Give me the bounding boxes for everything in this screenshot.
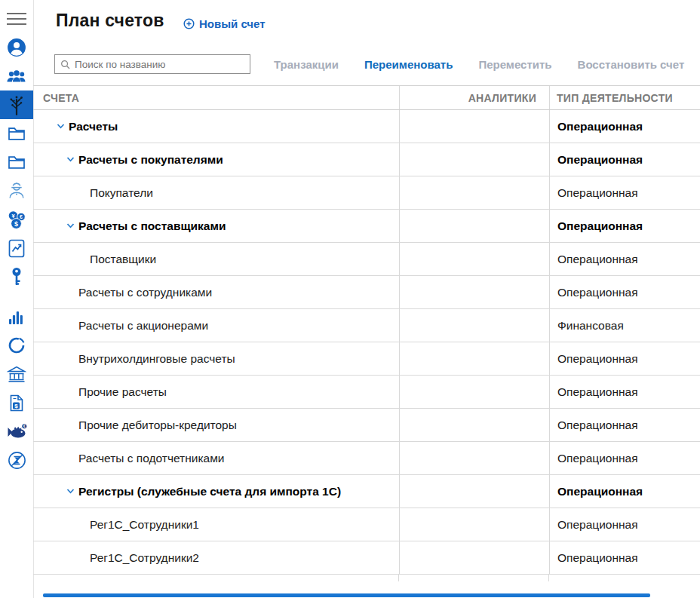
svg-text:$: $ (14, 219, 17, 227)
activity-type-cell: Операционная (549, 210, 700, 242)
account-cell: Рег1С_Сотрудники2 (33, 541, 399, 574)
account-cell: Расчеты (33, 110, 399, 143)
analytics-cell (399, 508, 549, 541)
sidebar-item-employee[interactable] (0, 176, 33, 205)
sidebar-item-menu[interactable] (0, 5, 33, 33)
account-name: Рег1С_Сотрудники1 (90, 518, 199, 532)
action-bar: ТранзакцииПереименоватьПереместитьВосста… (274, 54, 684, 74)
analytics-cell (399, 409, 549, 441)
account-name: Расчеты (69, 120, 118, 133)
chevron-down-icon[interactable] (66, 223, 75, 229)
account-name: Расчеты с акционерами (78, 319, 208, 333)
action-transactions[interactable]: Транзакции (274, 58, 339, 71)
account-name: Расчеты с подотчетниками (78, 452, 224, 465)
person-cap-icon (7, 181, 26, 201)
plus-circle-icon (183, 18, 195, 29)
sidebar-item-access-keys[interactable] (0, 262, 33, 291)
sidebar-item-bank[interactable] (0, 360, 33, 388)
action-rename[interactable]: Переименовать (364, 58, 453, 71)
account-name: Расчеты с покупателями (78, 153, 223, 167)
activity-type-cell: Операционная (549, 176, 700, 209)
globe-hourglass-icon (8, 451, 26, 470)
table-row[interactable]: Расчеты с покупателями Операционная (33, 143, 700, 176)
activity-type: Операционная (557, 286, 638, 299)
bar-chart-icon (9, 309, 24, 324)
sidebar-item-reports[interactable] (0, 302, 33, 331)
people-icon (6, 69, 27, 84)
document-dollar-icon: $ (9, 394, 24, 412)
sidebar-item-profile[interactable] (0, 33, 33, 62)
table-row[interactable]: Расчеты с акционерами Финансовая (33, 309, 700, 342)
sidebar-item-team[interactable] (0, 62, 33, 90)
chevron-down-icon[interactable] (66, 489, 75, 495)
activity-type: Операционная (557, 186, 638, 200)
table-row[interactable]: Рег1С_Сотрудники2 Операционная (33, 541, 700, 575)
new-account-label: Новый счет (199, 17, 266, 30)
account-name: Прочие расчеты (78, 385, 167, 399)
analytics-cell (399, 309, 549, 342)
sidebar-item-analytics[interactable] (0, 331, 33, 360)
analytics-cell (399, 475, 549, 508)
account-cell: Расчеты с поставщиками (33, 210, 399, 242)
activity-type-cell: Операционная (549, 243, 700, 275)
activity-type: Операционная (557, 253, 638, 266)
activity-type-cell: Операционная (549, 110, 700, 143)
chevron-down-icon[interactable] (57, 124, 66, 130)
action-move[interactable]: Переместить (478, 58, 551, 71)
account-name: Поставщики (90, 253, 156, 266)
table-row[interactable]: Поставщики Операционная (33, 243, 700, 276)
table-row[interactable]: Расчеты с поставщиками Операционная (33, 210, 700, 243)
account-name: Прочие дебиторы-кредиторы (78, 419, 237, 432)
folder-icon (8, 155, 26, 170)
sidebar-item-folder-top[interactable] (0, 119, 33, 148)
analytics-cell (399, 110, 549, 143)
sidebar-item-folder-docs[interactable] (0, 148, 33, 176)
sidebar-item-currencies[interactable]: ¥ € $ (0, 205, 33, 234)
activity-type-cell: Операционная (549, 376, 700, 408)
activity-type-cell: Операционная (549, 143, 700, 176)
table-row[interactable]: Регистры (служебные счета для импорта 1С… (33, 475, 700, 508)
activity-type-cell: Операционная (549, 409, 700, 441)
page-title: План счетов (56, 11, 164, 31)
account-cell: Расчеты с сотрудниками (33, 276, 399, 308)
table-row[interactable]: Рег1С_Сотрудники1 Операционная (33, 508, 700, 541)
action-restore[interactable]: Восстановить счет (578, 58, 685, 71)
table-row[interactable]: Расчеты Операционная (33, 110, 700, 143)
table-row[interactable]: Внутрихолдинговые расчеты Операционная (33, 342, 700, 376)
account-cell: Покупатели (33, 176, 399, 209)
account-name: Внутрихолдинговые расчеты (78, 352, 235, 366)
sidebar-item-invoices[interactable]: $ (0, 388, 33, 417)
analytics-cell (399, 176, 549, 209)
fish-icon: € (6, 423, 27, 440)
activity-type: Операционная (557, 219, 643, 233)
account-cell: Расчеты с покупателями (33, 143, 399, 176)
sidebar-item-journal[interactable] (0, 234, 33, 262)
table-row[interactable]: Расчеты с сотрудниками Операционная (33, 276, 700, 309)
horizontal-scrollbar[interactable] (43, 593, 650, 597)
table-row[interactable]: Покупатели Операционная (33, 176, 700, 210)
sidebar-item-fish[interactable]: € (0, 417, 33, 446)
activity-type-cell: Операционная (549, 475, 700, 508)
sidebar-item-time-zones[interactable] (0, 446, 33, 474)
table-row[interactable]: Прочие дебиторы-кредиторы Операционная (33, 409, 700, 442)
column-divider-stub (398, 575, 399, 581)
app-window: ¥ € $ $ € (0, 0, 700, 598)
chevron-down-icon[interactable] (66, 157, 75, 163)
search-box (54, 54, 250, 74)
activity-type-cell: Финансовая (549, 309, 700, 342)
new-account-button[interactable]: Новый счет (183, 17, 266, 30)
svg-text:€: € (23, 425, 26, 428)
analytics-cell (399, 210, 549, 242)
account-cell: Прочие дебиторы-кредиторы (33, 409, 399, 441)
column-divider-stub (548, 575, 549, 581)
activity-type: Операционная (557, 551, 638, 565)
analytics-cell (399, 143, 549, 176)
table-row[interactable]: Расчеты с подотчетниками Операционная (33, 442, 700, 475)
sidebar-item-chart-of-accounts[interactable] (0, 90, 33, 119)
search-input[interactable] (75, 59, 244, 70)
donut-chart-icon (8, 336, 26, 354)
table-row[interactable]: Прочие расчеты Операционная (33, 376, 700, 409)
activity-type: Операционная (557, 419, 638, 432)
account-cell: Внутрихолдинговые расчеты (33, 342, 399, 375)
activity-type-cell: Операционная (549, 442, 700, 474)
